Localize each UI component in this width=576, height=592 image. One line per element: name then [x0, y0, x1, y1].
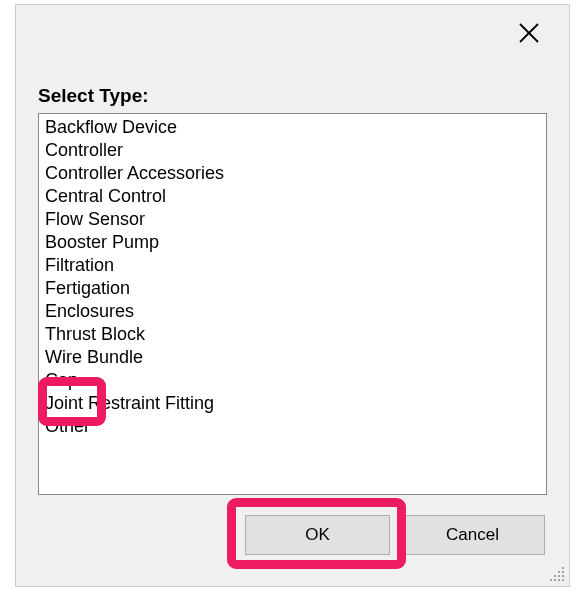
list-item[interactable]: Enclosures — [45, 300, 540, 323]
list-item[interactable]: Cap — [45, 369, 540, 392]
list-item[interactable]: Flow Sensor — [45, 208, 540, 231]
svg-rect-2 — [562, 567, 564, 569]
close-icon — [518, 22, 540, 44]
svg-rect-8 — [550, 579, 552, 581]
cancel-button[interactable]: Cancel — [400, 515, 545, 555]
svg-rect-4 — [562, 571, 564, 573]
svg-rect-3 — [558, 571, 560, 573]
resize-grip[interactable] — [550, 567, 566, 583]
dialog-content: Select Type: Backflow DeviceControllerCo… — [16, 85, 569, 555]
dialog-button-row: OK Cancel — [38, 515, 547, 555]
list-item[interactable]: Other — [45, 415, 540, 438]
select-type-label: Select Type: — [38, 85, 547, 107]
type-listbox[interactable]: Backflow DeviceControllerController Acce… — [38, 113, 547, 495]
dialog-titlebar — [16, 5, 569, 60]
svg-rect-7 — [562, 575, 564, 577]
select-type-dialog: Select Type: Backflow DeviceControllerCo… — [15, 4, 570, 587]
list-item[interactable]: Filtration — [45, 254, 540, 277]
svg-rect-11 — [562, 579, 564, 581]
resize-grip-icon — [550, 567, 566, 583]
ok-button[interactable]: OK — [245, 515, 390, 555]
list-item[interactable]: Fertigation — [45, 277, 540, 300]
svg-rect-10 — [558, 579, 560, 581]
list-item[interactable]: Booster Pump — [45, 231, 540, 254]
svg-rect-6 — [558, 575, 560, 577]
list-item[interactable]: Backflow Device — [45, 116, 540, 139]
list-item[interactable]: Controller Accessories — [45, 162, 540, 185]
list-item[interactable]: Central Control — [45, 185, 540, 208]
list-item[interactable]: Joint Restraint Fitting — [45, 392, 540, 415]
list-item[interactable]: Controller — [45, 139, 540, 162]
svg-rect-5 — [554, 575, 556, 577]
close-button[interactable] — [506, 10, 551, 55]
svg-rect-9 — [554, 579, 556, 581]
list-item[interactable]: Wire Bundle — [45, 346, 540, 369]
list-item[interactable]: Thrust Block — [45, 323, 540, 346]
